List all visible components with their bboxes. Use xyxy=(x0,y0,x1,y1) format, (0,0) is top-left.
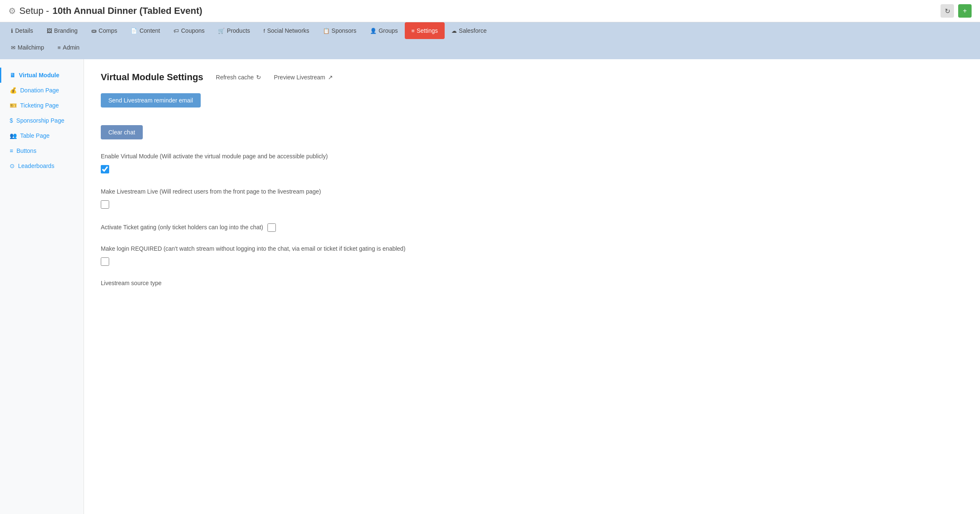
tab-admin[interactable]: ≡ Admin xyxy=(51,39,86,56)
virtual-module-settings-title: Virtual Module Settings xyxy=(101,72,203,83)
branding-icon: 🖼 xyxy=(47,28,52,34)
sidebar-item-donation-label: Donation Page xyxy=(20,87,59,94)
tab-details-label: Details xyxy=(15,27,33,34)
title-bold: 10th Annual Dinner (Tabled Event) xyxy=(52,5,202,16)
tab-salesforce-label: Salesforce xyxy=(459,27,487,34)
tab-branding-label: Branding xyxy=(54,27,78,34)
tab-groups[interactable]: 👤 Groups xyxy=(363,22,405,39)
sidebar-item-virtual-module-label: Virtual Module xyxy=(19,72,59,79)
leaderboards-icon: ⊙ xyxy=(10,163,15,169)
send-reminder-section: Send Livestream reminder email xyxy=(101,93,963,108)
sponsorship-icon: $ xyxy=(10,117,13,124)
tab-products-label: Products xyxy=(227,27,250,34)
settings-icon: ≡ xyxy=(411,28,415,34)
ticketing-icon: 🎫 xyxy=(10,102,17,109)
enable-virtual-module-description: Enable Virtual Module (Will activate the… xyxy=(101,152,963,161)
login-required-checkbox-group xyxy=(101,257,963,267)
sponsors-icon: 📋 xyxy=(323,28,330,34)
preview-livestream-label: Preview Livestream xyxy=(274,74,325,81)
nav-tabs-row2: ✉ Mailchimp ≡ Admin xyxy=(0,39,980,59)
sidebar-item-leaderboards-label: Leaderboards xyxy=(18,163,54,169)
tab-salesforce[interactable]: ☁ Salesforce xyxy=(445,22,493,39)
sidebar-item-ticketing-label: Ticketing Page xyxy=(20,102,59,109)
salesforce-icon: ☁ xyxy=(451,28,457,34)
sidebar: 🖥 Virtual Module 💰 Donation Page 🎫 Ticke… xyxy=(0,59,84,514)
tab-products[interactable]: 🛒 Products xyxy=(211,22,257,39)
tab-comps-label: Comps xyxy=(99,27,117,34)
main-layout: 🖥 Virtual Module 💰 Donation Page 🎫 Ticke… xyxy=(0,59,980,514)
tab-settings-label: Settings xyxy=(417,27,438,34)
tab-mailchimp-label: Mailchimp xyxy=(18,44,44,51)
tab-branding[interactable]: 🖼 Branding xyxy=(40,22,84,39)
groups-icon: 👤 xyxy=(370,28,377,34)
ticket-gating-description: Activate Ticket gating (only ticket hold… xyxy=(101,223,263,232)
refresh-button[interactable]: ↻ xyxy=(941,4,954,18)
admin-icon: ≡ xyxy=(58,45,61,51)
tab-social-label: Social Networks xyxy=(267,27,309,34)
tab-sponsors-label: Sponsors xyxy=(332,27,356,34)
livestream-source-label: Livestream source type xyxy=(101,280,963,286)
buttons-icon: ≡ xyxy=(10,147,13,154)
tab-sponsors[interactable]: 📋 Sponsors xyxy=(316,22,363,39)
comps-icon: 🎟 xyxy=(91,28,97,34)
content-icon: 📄 xyxy=(131,28,137,34)
ticket-gating-checkbox[interactable] xyxy=(267,223,276,232)
sidebar-item-buttons[interactable]: ≡ Buttons xyxy=(0,143,84,158)
social-icon: f xyxy=(264,28,265,34)
tab-coupons-label: Coupons xyxy=(181,27,204,34)
top-bar: ⚙ Setup - 10th Annual Dinner (Tabled Eve… xyxy=(0,0,980,22)
login-required-description: Make login REQUIRED (can't watch stream … xyxy=(101,244,963,253)
nav-tabs-row1: ℹ Details 🖼 Branding 🎟 Comps 📄 Content 🏷… xyxy=(0,22,980,39)
sidebar-item-sponsorship-page[interactable]: $ Sponsorship Page xyxy=(0,113,84,128)
make-livestream-live-section: Make Livestream Live (Will redirect user… xyxy=(101,187,963,210)
gear-icon: ⚙ xyxy=(8,6,16,16)
sidebar-item-table-label: Table Page xyxy=(20,132,50,139)
make-livestream-live-checkbox-group xyxy=(101,199,963,210)
tab-groups-label: Groups xyxy=(379,27,398,34)
clear-chat-section: Clear chat xyxy=(101,120,963,139)
preview-livestream-link[interactable]: Preview Livestream ↗ xyxy=(274,74,333,81)
sidebar-item-buttons-label: Buttons xyxy=(16,147,36,154)
livestream-source-section: Livestream source type xyxy=(101,280,963,286)
sidebar-item-ticketing-page[interactable]: 🎫 Ticketing Page xyxy=(0,98,84,113)
page-title: ⚙ Setup - 10th Annual Dinner (Tabled Eve… xyxy=(8,5,202,16)
enable-virtual-module-checkbox[interactable] xyxy=(101,165,109,173)
send-reminder-button[interactable]: Send Livestream reminder email xyxy=(101,93,201,108)
tab-details[interactable]: ℹ Details xyxy=(4,22,40,39)
main-content: Virtual Module Settings Refresh cache ↻ … xyxy=(84,59,980,514)
sidebar-item-virtual-module[interactable]: 🖥 Virtual Module xyxy=(0,68,84,83)
tab-mailchimp[interactable]: ✉ Mailchimp xyxy=(4,39,51,56)
refresh-cache-icon: ↻ xyxy=(256,74,261,81)
tab-coupons[interactable]: 🏷 Coupons xyxy=(167,22,211,39)
virtual-module-icon: 🖥 xyxy=(10,72,16,79)
tab-content[interactable]: 📄 Content xyxy=(124,22,167,39)
sidebar-item-table-page[interactable]: 👥 Table Page xyxy=(0,128,84,143)
make-livestream-live-checkbox[interactable] xyxy=(101,200,109,209)
coupons-icon: 🏷 xyxy=(173,28,179,34)
tab-comps[interactable]: 🎟 Comps xyxy=(84,22,124,39)
tab-social-networks[interactable]: f Social Networks xyxy=(257,22,316,39)
login-required-checkbox[interactable] xyxy=(101,257,109,266)
ticket-gating-section: Activate Ticket gating (only ticket hold… xyxy=(101,223,963,232)
refresh-cache-label: Refresh cache xyxy=(216,74,254,81)
products-icon: 🛒 xyxy=(218,28,225,34)
refresh-cache-link[interactable]: Refresh cache ↻ xyxy=(216,74,261,81)
top-bar-actions: ↻ + xyxy=(941,4,972,18)
tab-admin-label: Admin xyxy=(63,44,80,51)
title-prefix: Setup - xyxy=(19,5,49,16)
tab-settings[interactable]: ≡ Settings xyxy=(405,22,445,39)
add-button[interactable]: + xyxy=(958,4,972,18)
sidebar-item-leaderboards[interactable]: ⊙ Leaderboards xyxy=(0,158,84,173)
mailchimp-icon: ✉ xyxy=(11,45,16,51)
page-header: Virtual Module Settings Refresh cache ↻ … xyxy=(101,72,963,83)
sidebar-item-sponsorship-label: Sponsorship Page xyxy=(16,117,64,124)
tab-content-label: Content xyxy=(139,27,160,34)
clear-chat-button[interactable]: Clear chat xyxy=(101,125,143,139)
external-link-icon: ↗ xyxy=(328,74,333,81)
details-icon: ℹ xyxy=(11,28,13,34)
login-required-section: Make login REQUIRED (can't watch stream … xyxy=(101,244,963,267)
sidebar-item-donation-page[interactable]: 💰 Donation Page xyxy=(0,83,84,98)
donation-icon: 💰 xyxy=(10,87,17,94)
table-icon: 👥 xyxy=(10,132,17,139)
enable-virtual-module-checkbox-group xyxy=(101,164,963,175)
